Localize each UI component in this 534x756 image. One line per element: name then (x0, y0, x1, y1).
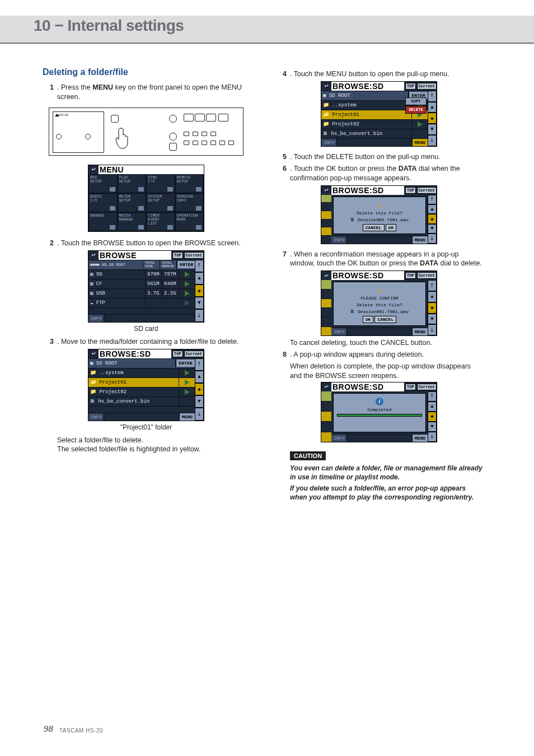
step-7: 7 . When a reconfirmation message appear… (275, 250, 483, 269)
list-item[interactable]: ▤ USB3.7G2.2G (88, 288, 195, 298)
section-heading: Deleting a folder/file (43, 67, 250, 77)
list-item[interactable]: 🗎 hs_be_convert.bin (321, 129, 428, 138)
select-note-2: The selected folder/file is highlighted … (57, 445, 250, 454)
menu-cell[interactable]: OPERATION MODE (175, 212, 204, 231)
caution-text-2: If you delete such a folder/file, an err… (290, 484, 483, 502)
progress-bar (337, 414, 422, 417)
pullup-lcd: ↩ BROWSE:SD TOP Current ▣ SD ROOT ENTER … (321, 81, 437, 147)
step-8: 8 . A pop-up window appears during delet… (275, 350, 483, 360)
caution-label: CAUTION (290, 451, 326, 460)
menu-cell[interactable]: TIMER EVENT LIST (146, 212, 175, 231)
back-icon: ↩ (88, 165, 99, 174)
step-4: 4 . Touch the MENU button to open the pu… (275, 69, 483, 79)
chapter-title: 10 − Internal settings (34, 17, 184, 35)
menu-cell[interactable]: SYNC T/C (146, 174, 175, 193)
cancel-button[interactable]: CANCEL (363, 224, 385, 231)
list-item[interactable]: ☁ FTP (88, 298, 195, 307)
page-number: 98 (44, 724, 53, 735)
header-rule (0, 43, 534, 44)
step-3: 3 . Move to the media/folder containing … (43, 337, 250, 347)
info-icon: i (376, 398, 383, 405)
hand-icon (115, 127, 130, 150)
browse-sd-caption: "Project01" folder (43, 423, 250, 431)
menu-cell[interactable]: VERSION INFO (175, 193, 204, 212)
list-item[interactable]: 📁 ..system (88, 368, 195, 377)
caution-text-1: You even can delete a folder, file or ma… (290, 464, 483, 482)
menu-cell[interactable]: REC SETUP (88, 174, 118, 193)
delete-button[interactable]: DELETE (405, 106, 427, 114)
list-item[interactable]: ▤ CF961M846M (88, 279, 195, 288)
reconfirm-lcd: ↩ BROWSE:SD TOP Current (321, 270, 437, 336)
menu-cell[interactable]: METER SETUP (118, 193, 147, 212)
menu-cell[interactable]: PLAY SETUP (118, 174, 147, 193)
step-5: 5 . Touch the DELETE button on the pull-… (275, 152, 483, 162)
menu-cell[interactable]: MEDIA MANAGE (118, 212, 147, 231)
cancel-button[interactable]: CANCEL (374, 316, 396, 323)
ok-button[interactable]: OK (363, 316, 374, 323)
ok-button[interactable]: OK (386, 224, 397, 231)
menu-lcd: ↩ MENU REC SETUPPLAY SETUPSYNC T/CREMOTE… (88, 165, 204, 232)
menu-cell[interactable]: AUDIO I/O (88, 193, 118, 212)
copy-button[interactable]: COPY (405, 97, 427, 105)
step-6: 6 . Touch the OK button or press the DAT… (275, 164, 483, 183)
select-note-1: Select a folder/file to delete. (57, 436, 250, 445)
list-item[interactable]: 🗎 hs_be_convert.bin (88, 396, 195, 406)
footer-model: TASCAM HS-20 (59, 727, 103, 734)
cancel-note: To cancel deleting, touch the CANCEL but… (290, 338, 483, 348)
browse-caption: SD card (43, 325, 250, 333)
browse-lcd: ↩ BROWSE TOP Current ■■■■ HS-20 ROOT TOT… (88, 250, 204, 323)
step-8b: When deletion is complete, the pop-up wi… (290, 362, 483, 381)
back-icon: ↩ (88, 251, 99, 259)
step-2: 2 . Touch the BROWSE button to open the … (43, 239, 250, 248)
hardware-illustration (43, 108, 250, 156)
confirm-lcd: ↩ BROWSE:SD TOP Current (321, 185, 437, 244)
list-item[interactable]: 📁 Project01 (88, 377, 195, 387)
step-1: 1 . Press the MENU key on the front pane… (43, 83, 250, 102)
list-item[interactable]: 📁 Project02 (321, 119, 428, 129)
browse-sd-lcd: ↩ BROWSE:SD TOP Current ▣ SD ROOT ENTER … (88, 349, 204, 421)
menu-cell[interactable]: BROWSE (88, 212, 118, 231)
pullup-popup: COPY DELETE (405, 97, 427, 114)
list-item[interactable]: ▤ SD970M787M (88, 269, 195, 279)
list-item[interactable]: 📁 Project02 (88, 387, 195, 396)
menu-cell[interactable]: SYSTEM SETUP (146, 193, 175, 212)
complete-lcd: ↩ BROWSE:SD TOP Current (321, 382, 437, 442)
menu-cell[interactable]: REMOTE SETUP (175, 174, 204, 193)
